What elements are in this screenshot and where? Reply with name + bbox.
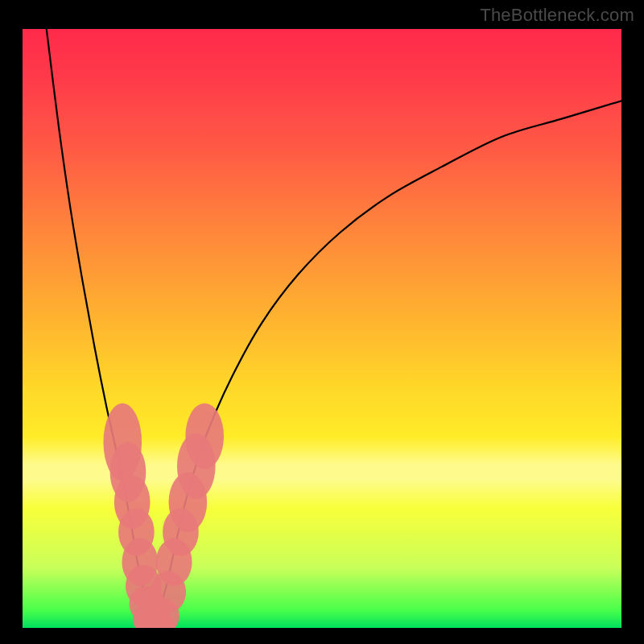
marker-group bbox=[103, 403, 224, 628]
plot-area bbox=[23, 29, 621, 628]
curve-right-branch bbox=[155, 101, 621, 628]
watermark-text: TheBottleneck.com bbox=[480, 5, 634, 26]
highlight-marker bbox=[185, 403, 224, 469]
plot-svg bbox=[23, 29, 621, 628]
chart-container: TheBottleneck.com bbox=[0, 0, 644, 644]
